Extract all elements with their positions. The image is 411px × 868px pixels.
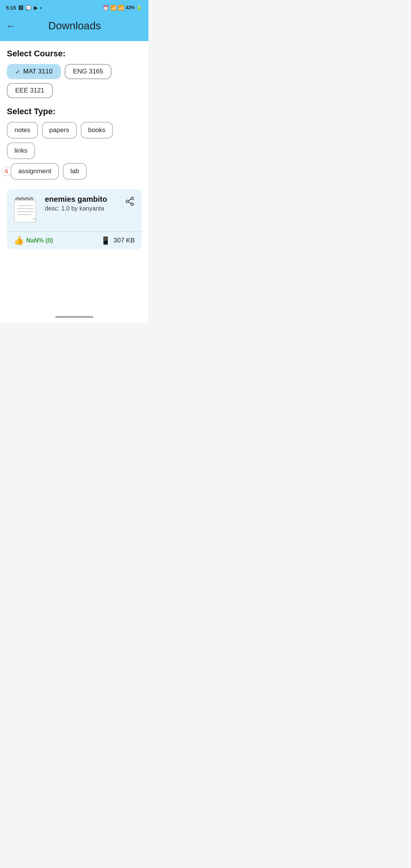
app-bar: ← Downloads bbox=[0, 14, 148, 41]
card-body: enemies gambito desc: 1.0 by kanyanta bbox=[7, 189, 142, 231]
svg-line-13 bbox=[128, 199, 131, 201]
check-icon: ✓ bbox=[15, 68, 20, 75]
file-card: enemies gambito desc: 1.0 by kanyanta 👍 … bbox=[7, 189, 142, 249]
thumbs-up-icon[interactable]: 👍 bbox=[14, 236, 24, 246]
card-thumbnail bbox=[12, 195, 40, 225]
type-section: Select Type: notes papers books links G … bbox=[7, 107, 142, 180]
wifi-icon: 📶 bbox=[110, 5, 116, 11]
battery-display: 42% bbox=[126, 5, 135, 10]
course-chips-row-2: EEE 3121 bbox=[7, 83, 142, 98]
type-chip-assignment[interactable]: assignment bbox=[11, 163, 59, 180]
photo-icon: 🖼 bbox=[18, 5, 23, 11]
status-bar: 5:15 🖼 💬 ▶ • ⏰ 📶 📶 42% 🔋 bbox=[0, 0, 148, 14]
youtube-icon: ▶ bbox=[34, 5, 38, 11]
whatsapp-icon: 💬 bbox=[25, 5, 32, 11]
file-size: 307 KB bbox=[113, 237, 135, 244]
course-chip-eee3121[interactable]: EEE 3121 bbox=[7, 83, 53, 98]
battery-icon: 🔋 bbox=[136, 5, 142, 11]
course-chip-mat3110-label: MAT 3110 bbox=[23, 68, 53, 75]
type-section-label: Select Type: bbox=[7, 107, 142, 116]
page-title: Downloads bbox=[21, 20, 129, 32]
card-info: enemies gambito desc: 1.0 by kanyanta bbox=[45, 195, 118, 212]
file-size-section: 📱 307 KB bbox=[101, 236, 135, 245]
course-section-label: Select Course: bbox=[7, 49, 142, 59]
assignment-chip-wrapper: G assignment bbox=[7, 163, 59, 180]
type-chip-books[interactable]: books bbox=[81, 122, 113, 139]
phone-icon: 📱 bbox=[101, 236, 110, 245]
like-section: 👍 NaN% (0) bbox=[14, 236, 53, 246]
card-title: enemies gambito bbox=[45, 195, 118, 204]
course-chip-eng3165[interactable]: ENG 3165 bbox=[65, 64, 112, 79]
status-right: ⏰ 📶 📶 42% 🔋 bbox=[103, 5, 142, 11]
like-count: NaN% (0) bbox=[26, 237, 53, 244]
bottom-bar bbox=[0, 312, 148, 323]
back-button[interactable]: ← bbox=[6, 21, 21, 31]
share-button[interactable] bbox=[123, 195, 136, 210]
course-chip-eng3165-label: ENG 3165 bbox=[73, 68, 103, 75]
card-footer: 👍 NaN% (0) 📱 307 KB bbox=[7, 231, 142, 249]
dot-icon: • bbox=[40, 5, 42, 11]
course-chips-row: ✓ MAT 3110 ENG 3165 bbox=[7, 64, 142, 79]
type-chips-row: notes papers books links bbox=[7, 122, 142, 159]
type-chips-row-2: G assignment lab bbox=[7, 163, 142, 180]
status-left: 5:15 🖼 💬 ▶ • bbox=[6, 5, 42, 11]
svg-line-12 bbox=[128, 202, 131, 204]
alarm-icon: ⏰ bbox=[103, 5, 109, 11]
course-chip-eee3121-label: EEE 3121 bbox=[15, 87, 45, 94]
type-chip-papers[interactable]: papers bbox=[42, 122, 77, 139]
grammarly-badge: G bbox=[2, 166, 11, 176]
time-display: 5:15 bbox=[6, 5, 16, 11]
type-chip-links[interactable]: links bbox=[7, 142, 35, 159]
course-chip-mat3110[interactable]: ✓ MAT 3110 bbox=[7, 64, 61, 79]
signal-icon: 📶 bbox=[118, 5, 124, 11]
home-indicator bbox=[55, 316, 93, 318]
card-desc: desc: 1.0 by kanyanta bbox=[45, 205, 118, 212]
type-chip-lab[interactable]: lab bbox=[63, 163, 87, 180]
type-chip-notes[interactable]: notes bbox=[7, 122, 38, 139]
main-content: Select Course: ✓ MAT 3110 ENG 3165 EEE 3… bbox=[0, 41, 148, 312]
